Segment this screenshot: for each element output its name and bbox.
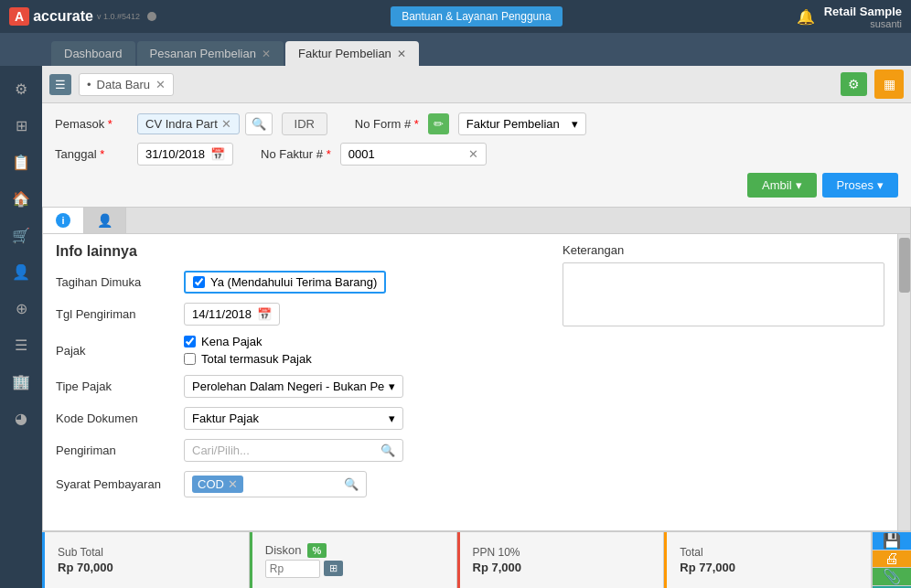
pemasok-row: Pemasok * CV Indra Part ✕ 🔍 IDR No Form … [55,112,898,135]
tanggal-row: Tanggal * 31/10/2018 📅 No Faktur # * 000… [55,143,898,166]
tgl-pengiriman-row: Tgl Pengiriman 14/11/2018 📅 [56,303,537,326]
tgl-pengiriman-input[interactable]: 14/11/2018 📅 [184,303,280,326]
tab-pesanan-close-icon[interactable]: ✕ [262,48,271,60]
kode-dokumen-chevron-icon: ▾ [389,412,395,425]
tab-faktur-close-icon[interactable]: ✕ [397,48,406,60]
kode-dokumen-dropdown[interactable]: Faktur Pajak ▾ [184,407,403,430]
kena-pajak-checkbox[interactable] [184,336,196,347]
ambil-button[interactable]: Ambil ▾ [747,173,817,198]
orange-action-icon[interactable]: ▦ [874,69,904,99]
info-tab-details[interactable]: i [43,208,84,233]
user-name: Retail Sample [824,5,902,18]
save-action-button[interactable]: 💾 [873,532,911,551]
kode-dokumen-value: Faktur Pajak [192,412,259,425]
data-baru-tab[interactable]: • Data Baru ✕ [79,73,174,96]
subtotal-label: Sub Total [58,546,236,559]
tab-dashboard-label: Dashboard [64,47,123,60]
no-faktur-label: No Faktur # * [261,147,331,161]
tagihan-checkbox[interactable] [193,276,205,288]
tab-faktur[interactable]: Faktur Pembelian ✕ [285,41,419,66]
form-header: ☰ • Data Baru ✕ ⚙ ▦ [42,66,911,103]
right-action-buttons: 💾 🖨 📎 💼 [872,532,911,588]
scrollbar[interactable] [897,234,910,530]
no-faktur-clear-icon[interactable]: ✕ [468,147,478,161]
pengiriman-row: Pengiriman Cari/Pilih... 🔍 [56,439,537,462]
sidebar-item-list[interactable]: ☰ [4,327,38,362]
info-left-panel: Info lainnya Tagihan Dimuka Ya (Mendahul… [43,234,550,530]
pemasok-clear-icon[interactable]: ✕ [221,117,231,131]
pengiriman-search-icon[interactable]: 🔍 [380,444,395,457]
sidebar-item-grid[interactable]: ⊞ [4,108,38,143]
sidebar-item-building[interactable]: 🏢 [4,364,38,399]
info-section-header: i 👤 [42,207,911,233]
no-form-dropdown[interactable]: Faktur Pembelian ▾ [458,112,586,135]
list-icon-button[interactable]: ☰ [49,74,71,95]
cod-value: COD [198,477,224,491]
sidebar-item-plus[interactable]: ⊕ [4,291,38,326]
no-faktur-group: No Faktur # * 0001 ✕ [261,143,487,166]
kena-pajak-field: Kena Pajak [184,335,312,348]
tanggal-input[interactable]: 31/10/2018 📅 [137,143,233,166]
total-pajak-label: Total termasuk Pajak [201,352,312,366]
tgl-pengiriman-value: 14/11/2018 [192,307,252,321]
tgl-pengiriman-label: Tgl Pengiriman [56,307,175,321]
notification-bell-icon[interactable]: 🔔 [797,8,815,26]
pengiriman-label: Pengiriman [56,444,175,457]
calendar-icon[interactable]: 📅 [210,147,225,161]
bottom-summary: Sub Total Rp 70,000 Diskon % ⊞ PPN 10% R… [42,531,911,588]
top-bar-right: 🔔 Retail Sample susanti [797,5,902,29]
pengiriman-search-field[interactable]: Cari/Pilih... 🔍 [184,439,403,462]
diskon-calc-button[interactable]: ⊞ [324,561,343,576]
keterangan-textarea[interactable] [563,262,884,326]
ppn-label: PPN 10% [473,546,651,559]
info-tab-person[interactable]: 👤 [84,208,126,233]
cod-clear-icon[interactable]: ✕ [228,477,238,491]
help-button[interactable]: Bantuan & Layanan Pengguna [391,6,562,27]
data-baru-label: Data Baru [97,78,151,91]
info-right-panel: Keterangan [550,234,897,530]
diskon-label: Diskon [265,543,302,557]
sidebar-item-chart[interactable]: ◕ [4,401,38,435]
top-bar: A accurate v 1.0.#5412 Bantuan & Layanan… [0,0,911,33]
sidebar-item-document[interactable]: 📋 [4,144,38,179]
sidebar-item-home[interactable]: 🏠 [4,181,38,216]
total-box: Total Rp 77,000 [664,532,872,588]
no-faktur-input[interactable]: 0001 ✕ [340,143,487,166]
diskon-rp-input[interactable] [265,560,320,578]
tanggal-value: 31/10/2018 [145,147,205,161]
syarat-field[interactable]: COD ✕ 🔍 [184,471,367,497]
data-baru-close-icon[interactable]: ✕ [155,78,166,91]
no-form-edit-icon[interactable]: ✏ [428,113,449,134]
tagihan-value: Ya (Mendahului Terima Barang) [210,275,377,289]
tanggal-label: Tanggal * [55,147,128,161]
pemasok-label: Pemasok * [55,117,128,131]
scroll-thumb[interactable] [899,238,910,293]
diskon-percent-button[interactable]: % [307,543,327,558]
tab-pesanan[interactable]: Pesanan Pembelian ✕ [137,41,284,66]
no-faktur-value: 0001 [348,147,375,161]
pemasok-search-button[interactable]: 🔍 [245,112,273,135]
tagihan-checkbox-highlight: Ya (Mendahului Terima Barang) [184,271,386,294]
pengiriman-calendar-icon[interactable]: 📅 [257,307,272,321]
paperclip-action-button[interactable]: 📎 [873,568,911,586]
sidebar-item-settings[interactable]: ⚙ [4,71,38,106]
action-buttons: Ambil ▾ Proses ▾ [55,173,898,198]
logo-icon: A [9,7,29,26]
print-action-button[interactable]: 🖨 [873,551,911,568]
proses-button[interactable]: Proses ▾ [822,173,898,198]
content-area: ☰ • Data Baru ✕ ⚙ ▦ Pemasok * CV Indra P… [42,66,911,588]
syarat-row: Syarat Pembayaran COD ✕ 🔍 [56,471,537,497]
syarat-search-icon[interactable]: 🔍 [344,477,359,491]
tab-dashboard[interactable]: Dashboard [51,41,135,66]
no-form-label: No Form # * [355,117,419,131]
pemasok-tag[interactable]: CV Indra Part ✕ [137,113,240,134]
sidebar-item-person[interactable]: 👤 [4,254,38,289]
tab-pesanan-label: Pesanan Pembelian [150,47,256,60]
sidebar-item-cart[interactable]: 🛒 [4,218,38,252]
gear-settings-icon[interactable]: ⚙ [841,72,867,96]
sidebar: ⚙ ⊞ 📋 🏠 🛒 👤 ⊕ ☰ 🏢 ◕ [0,66,42,588]
top-bar-left: A accurate v 1.0.#5412 [9,7,156,26]
total-pajak-checkbox[interactable] [184,353,196,365]
tipe-pajak-dropdown[interactable]: Perolehan Dalam Negeri - Bukan Pe ▾ [184,375,403,398]
pajak-label: Pajak [56,344,175,358]
